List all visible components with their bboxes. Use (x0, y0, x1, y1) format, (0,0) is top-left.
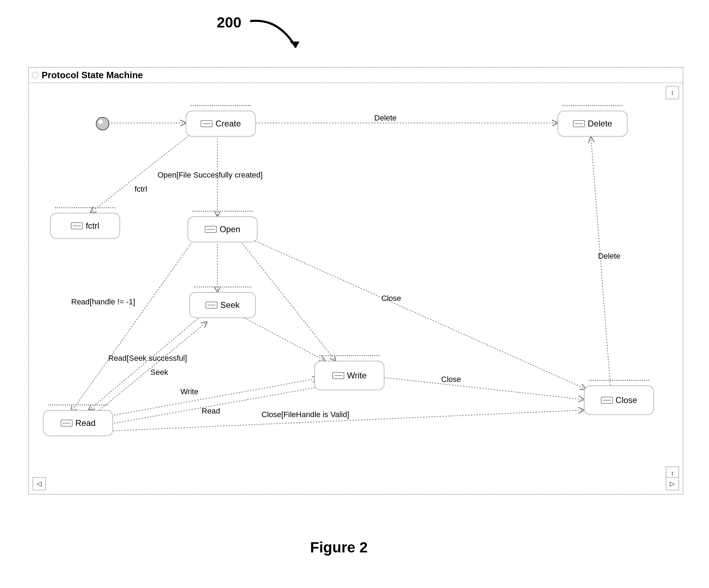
transition-label: Close[FileHandle is Valid] (261, 410, 349, 419)
figure-reference-number: 200 (217, 14, 241, 31)
diagram-frame: Protocol State Machine (28, 67, 683, 495)
state-fctrl[interactable]: fctrl (50, 213, 120, 239)
state-label: Create (215, 119, 241, 129)
transition-label: fctrl (135, 185, 147, 194)
state-label: Delete (588, 119, 612, 129)
svg-line-9 (242, 317, 325, 361)
state-icon (332, 372, 344, 379)
state-icon (205, 226, 217, 233)
diagram-title-text: Protocol State Machine (42, 70, 143, 81)
scroll-indicator-top-right[interactable]: ↕ (666, 86, 679, 99)
state-label: Seek (220, 300, 240, 310)
scroll-right-button[interactable]: ▷ (666, 477, 679, 490)
state-icon (573, 120, 585, 127)
transition-label: Open[File Succesfully created] (158, 171, 263, 180)
state-icon (601, 397, 613, 404)
state-delete[interactable]: Delete (557, 111, 628, 137)
state-label: Read (75, 418, 95, 428)
transition-label: Read[Seek successful] (108, 354, 187, 363)
svg-line-7 (247, 237, 586, 389)
state-icon (71, 222, 83, 229)
transition-label: Delete (598, 252, 621, 261)
state-open[interactable]: Open (187, 216, 258, 242)
svg-line-8 (89, 318, 198, 410)
svg-line-15 (591, 137, 610, 385)
transition-label: Read[handle != -1] (71, 297, 135, 307)
transition-label: Delete (374, 113, 397, 123)
state-write[interactable]: Write (314, 361, 384, 390)
state-label: Open (220, 224, 240, 234)
diagram-canvas[interactable]: Create Delete fctrl Open Seek (29, 82, 683, 494)
statemachine-icon (32, 72, 39, 79)
state-label: fctrl (86, 221, 99, 231)
initial-pseudostate[interactable] (96, 117, 109, 130)
reference-arrow-icon (247, 14, 317, 56)
edges-layer (29, 82, 683, 494)
state-read[interactable]: Read (43, 410, 113, 436)
svg-line-10 (99, 322, 207, 410)
transition-label: Seek (150, 368, 168, 377)
state-icon (61, 420, 73, 427)
transition-label: Close (441, 375, 461, 384)
state-create[interactable]: Create (186, 111, 256, 137)
transition-label: Write (180, 387, 198, 396)
transition-label: Close (381, 294, 401, 303)
svg-line-5 (71, 241, 193, 412)
state-label: Close (616, 395, 637, 405)
state-seek[interactable]: Seek (189, 292, 256, 318)
state-icon (205, 302, 217, 309)
diagram-title: Protocol State Machine (30, 68, 148, 82)
transition-label: Read (202, 407, 220, 416)
state-icon (201, 120, 212, 127)
svg-line-14 (376, 377, 584, 400)
state-label: Write (347, 371, 367, 380)
figure-caption: Figure 2 (310, 539, 368, 556)
scroll-left-button[interactable]: ◁ (32, 477, 46, 490)
state-close[interactable]: Close (584, 385, 654, 415)
diagram-title-bar: Protocol State Machine (29, 68, 683, 83)
